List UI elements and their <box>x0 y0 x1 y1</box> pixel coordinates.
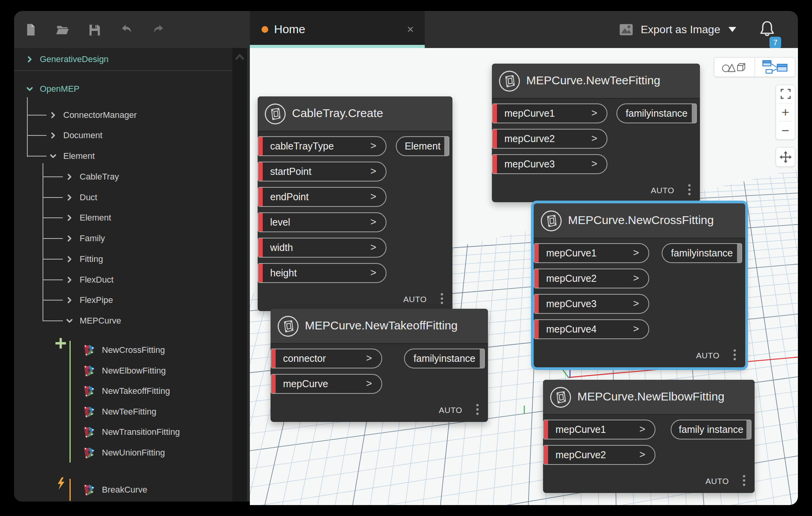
tree-item-label: ConnectorManager <box>63 110 137 120</box>
pan-button[interactable] <box>776 147 795 167</box>
port-caret-icon: > <box>633 272 639 284</box>
node-menu-kebab-icon[interactable] <box>734 349 736 360</box>
input-port-level[interactable]: level > <box>258 212 386 232</box>
undo-icon <box>120 23 133 36</box>
tree-item-label: GenerativeDesign <box>40 54 109 64</box>
lacing-mode-label[interactable]: AUTO <box>651 186 674 195</box>
new-file-button[interactable] <box>23 23 37 37</box>
sidebar-item-element-2[interactable]: Element <box>48 148 95 165</box>
port-label: mepCurve1 <box>504 107 555 119</box>
port-label: mepCurve1 <box>546 247 597 258</box>
chevron-down-icon <box>65 316 74 326</box>
lacing-mode-label[interactable]: AUTO <box>696 351 719 360</box>
chevron-right-icon <box>65 254 74 264</box>
node-cabletray-create[interactable]: CableTray.Create cableTrayType > startPo… <box>258 96 452 311</box>
node-footer: AUTO <box>258 288 452 311</box>
input-port-mepCurve1[interactable]: mepCurve1 > <box>492 103 607 123</box>
open-file-button[interactable] <box>55 23 69 37</box>
node-menu-kebab-icon[interactable] <box>688 184 691 195</box>
input-port-mepCurve1[interactable]: mepCurve1 > <box>534 243 649 263</box>
output-port-familyinstance[interactable]: familyinstance <box>404 349 485 368</box>
tab-home[interactable]: Home × <box>250 11 425 48</box>
sidebar-item-generativedesign[interactable]: GenerativeDesign <box>25 51 109 68</box>
sidebar-item-duct-1[interactable]: Duct <box>65 189 97 206</box>
port-label: endPoint <box>270 191 309 202</box>
sidebar-item-fitting-4[interactable]: Fitting <box>65 251 103 268</box>
sidebar-item-openmep[interactable]: OpenMEP <box>25 80 80 98</box>
sidebar-leaf-newunionfitting[interactable]: NewUnionFitting <box>83 444 165 461</box>
node-mepcurve-newteefitting[interactable]: MEPCurve.NewTeeFitting mepCurve1 > mepCu… <box>492 64 700 202</box>
redo-button[interactable] <box>151 23 166 37</box>
port-marker <box>258 188 263 206</box>
tab-close-icon[interactable]: × <box>407 23 414 36</box>
sidebar-item-cabletray-0[interactable]: CableTray <box>65 168 119 185</box>
port-label: mepCurve4 <box>546 323 597 335</box>
sidebar-leaf-newtakeofffitting[interactable]: NewTakeoffFitting <box>83 383 170 400</box>
node-menu-kebab-icon[interactable] <box>441 293 443 304</box>
input-port-height[interactable]: height > <box>258 263 386 283</box>
sidebar-leaf-newelbowfitting[interactable]: NewElbowFitting <box>83 362 166 379</box>
node-mepcurve-newtakeofffitting[interactable]: MEPCurve.NewTakeoffFitting connector > m… <box>271 309 488 422</box>
port-marker <box>258 264 263 282</box>
input-port-mepCurve3[interactable]: mepCurve3 > <box>492 154 607 174</box>
sidebar-leaf-newtransitionfitting[interactable]: NewTransitionFitting <box>83 423 180 441</box>
save-button[interactable] <box>87 23 102 37</box>
chevron-right-icon <box>25 55 34 64</box>
input-port-mepCurve2[interactable]: mepCurve2 > <box>492 129 607 149</box>
sidebar-item-document-1[interactable]: Document <box>48 127 102 144</box>
input-port-cableTrayType[interactable]: cableTrayType > <box>258 136 386 156</box>
tree-connector <box>27 156 46 157</box>
input-port-connector[interactable]: connector > <box>271 349 382 368</box>
sidebar-leaf-newcrossfitting[interactable]: NewCrossFitting <box>83 342 165 359</box>
sidebar-item-connectormanager-0[interactable]: ConnectorManager <box>48 107 137 124</box>
lacing-mode-label[interactable]: AUTO <box>705 477 729 486</box>
node-package-icon <box>83 406 95 418</box>
node-menu-kebab-icon[interactable] <box>743 475 745 486</box>
sidebar-item-family-3[interactable]: Family <box>65 230 105 247</box>
graph-canvas[interactable]: CableTray.Create cableTrayType > startPo… <box>250 48 798 505</box>
export-as-image-button[interactable]: Export as Image <box>618 11 736 48</box>
node-mepcurve-newelbowfitting[interactable]: MEPCurve.NewElbowFitting mepCurve1 > mep… <box>543 380 755 493</box>
tree-connector <box>43 279 63 280</box>
fit-to-screen-button[interactable] <box>776 85 795 103</box>
input-port-mepCurve3[interactable]: mepCurve3 > <box>534 294 649 314</box>
input-port-mepCurve2[interactable]: mepCurve2 > <box>543 445 655 465</box>
input-port-startPoint[interactable]: startPoint > <box>258 162 386 181</box>
input-port-mepCurve1[interactable]: mepCurve1 > <box>543 420 655 439</box>
node-package-icon <box>83 426 95 438</box>
port-marker <box>258 137 263 155</box>
sidebar-item-flexduct-5[interactable]: FlexDuct <box>65 271 114 288</box>
node-title: MEPCurve.NewTakeoffFitting <box>305 319 458 332</box>
node-header: MEPCurve.NewCrossFitting <box>534 203 745 238</box>
input-port-mepCurve[interactable]: mepCurve > <box>271 374 382 394</box>
sidebar-scrollbar[interactable] <box>232 48 247 502</box>
scroll-up-icon[interactable] <box>232 51 247 64</box>
sidebar-leaf-newteefitting[interactable]: NewTeeFitting <box>83 403 156 420</box>
node-menu-kebab-icon[interactable] <box>476 404 479 415</box>
input-port-mepCurve2[interactable]: mepCurve2 > <box>534 269 649 288</box>
tree-item-label: MEPCurve <box>80 316 121 326</box>
output-port-Element[interactable]: Element <box>396 136 449 156</box>
output-port-familyinstance[interactable]: familyinstance <box>662 243 742 263</box>
sidebar-leaf-breakcurve[interactable]: BreakCurve <box>83 481 147 498</box>
sidebar-item-flexpipe-6[interactable]: FlexPipe <box>65 292 113 309</box>
input-port-mepCurve4[interactable]: mepCurve4 > <box>534 319 649 339</box>
node-package-icon <box>83 344 95 356</box>
zoom-out-button[interactable]: − <box>776 121 795 139</box>
lacing-mode-label[interactable]: AUTO <box>403 295 427 304</box>
output-port-familyinstance[interactable]: familyinstance <box>616 103 697 123</box>
node-mepcurve-newcrossfitting[interactable]: MEPCurve.NewCrossFitting mepCurve1 > mep… <box>534 203 745 367</box>
output-port-family-instance[interactable]: family instance <box>671 420 751 439</box>
geometry-view-button[interactable] <box>714 58 755 77</box>
notifications-button[interactable]: 7 <box>758 20 776 43</box>
sidebar-item-element-2[interactable]: Element <box>65 209 111 226</box>
graph-view-button[interactable] <box>755 58 795 77</box>
undo-button[interactable] <box>119 23 134 37</box>
input-port-endPoint[interactable]: endPoint > <box>258 187 386 207</box>
zoom-in-button[interactable]: + <box>776 103 795 121</box>
lacing-mode-label[interactable]: AUTO <box>439 406 462 415</box>
input-port-width[interactable]: width > <box>258 238 386 258</box>
node-package-icon <box>83 365 95 377</box>
chevron-right-icon <box>48 131 58 140</box>
sidebar-item-mepcurve-7[interactable]: MEPCurve <box>65 312 121 329</box>
